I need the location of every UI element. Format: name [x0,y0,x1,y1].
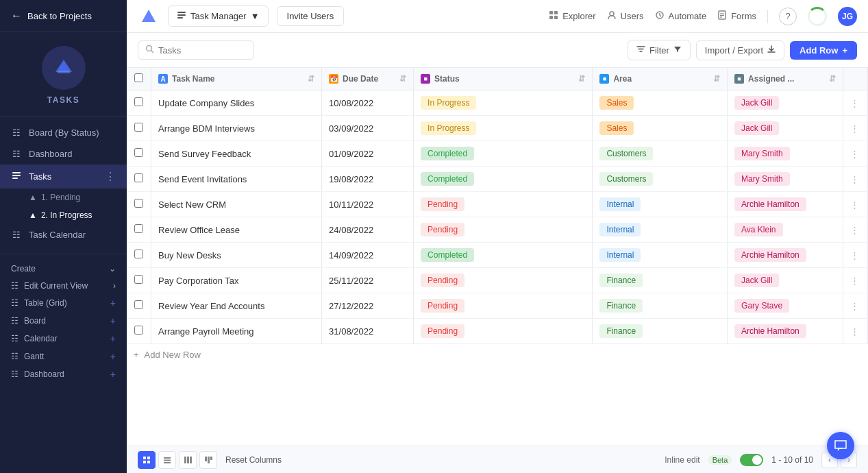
sidebar-item-dashboard[interactable]: ☷ Dashboard [0,143,127,165]
row-checkbox-cell[interactable] [127,293,151,319]
row-checkbox-cell[interactable] [127,116,151,141]
view-icons [138,451,217,469]
help-button[interactable]: ? [779,8,797,25]
row-checkbox[interactable] [134,199,143,208]
add-row-btn[interactable]: Add Row + [790,41,857,60]
nav-users[interactable]: Users [607,10,644,22]
sidebar-sub-in-progress[interactable]: ▲ 2. In Progress [0,206,127,224]
nav-automate[interactable]: Automate [655,10,707,22]
svg-rect-27 [164,462,171,463]
row-status-cell: Pending [414,293,593,319]
row-checkbox-cell[interactable] [127,141,151,167]
row-checkbox[interactable] [134,148,143,157]
col-date-header[interactable]: 📅 Due Date ⇵ [322,68,414,90]
table-plus-icon[interactable]: + [110,298,116,308]
calendar-icon: ☷ [11,334,18,343]
row-checkbox[interactable] [134,97,143,106]
invite-users-btn[interactable]: Invite Users [277,6,345,26]
view-kanban-btn[interactable] [199,451,217,469]
row-date-cell: 27/12/2022 [322,293,414,319]
row-more-cell[interactable]: ⋮ [843,116,868,141]
svg-rect-11 [549,16,553,19]
gantt-plus-icon[interactable]: + [110,351,116,362]
table-header-row: A Task Name ⇵ 📅 Due Date ⇵ [127,68,868,90]
status-badge: Pending [421,299,464,313]
sidebar-item-tasks[interactable]: Tasks ⋮ [0,165,127,189]
dashboard2-plus-icon[interactable]: + [110,369,116,380]
create-item-edit-view[interactable]: ☷ Edit Current View › [11,278,116,294]
col-status-header[interactable]: ■ Status ⇵ [414,68,593,90]
area-badge: Sales [599,121,634,135]
create-item-gantt[interactable]: ☷ Gantt + [11,348,116,365]
sidebar-item-board[interactable]: ☷ Board (By Status) [0,122,127,143]
row-checkbox[interactable] [134,326,143,335]
create-item-board[interactable]: ☷ Board + [11,312,116,330]
select-all-checkbox[interactable] [134,73,143,82]
sidebar-item-task-calendar[interactable]: ☷ Task Calendar [0,224,127,245]
row-more-cell[interactable]: ⋮ [843,268,868,293]
user-avatar[interactable]: JG [838,7,857,26]
create-item-table[interactable]: ☷ Table (Grid) + [11,294,116,312]
row-more-cell[interactable]: ⋮ [843,217,868,243]
row-checkbox-cell[interactable] [127,243,151,268]
nav-explorer[interactable]: Explorer [549,10,595,22]
row-checkbox[interactable] [134,123,143,132]
col-area-header[interactable]: ■ Area ⇵ [593,68,728,90]
sidebar-sub-pending[interactable]: ▲ 1. Pending [0,189,127,206]
row-checkbox[interactable] [134,224,143,233]
chat-button[interactable] [827,432,854,459]
row-checkbox[interactable] [134,173,143,182]
calendar-plus-icon[interactable]: + [110,333,116,344]
row-checkbox[interactable] [134,275,143,284]
filter-btn[interactable]: Filter [628,40,691,60]
row-checkbox-cell[interactable] [127,217,151,243]
svg-rect-29 [187,457,189,463]
add-new-row-btn[interactable]: + Add New Row [127,344,868,365]
col-checkbox-header[interactable] [127,68,151,90]
back-to-projects[interactable]: ← Back to Projects [0,0,127,32]
row-more-cell[interactable]: ⋮ [843,141,868,167]
sidebar-nav: ☷ Board (By Status) ☷ Dashboard Tasks ⋮ … [0,117,127,251]
import-export-btn[interactable]: Import / Export [696,40,784,60]
date-sort-icon[interactable]: ⇵ [399,74,406,84]
create-item-dashboard2[interactable]: ☷ Dashboard + [11,365,116,383]
search-input[interactable] [158,45,247,56]
row-more-cell[interactable]: ⋮ [843,293,868,319]
row-status-cell: In Progress [414,90,593,116]
row-checkbox-cell[interactable] [127,268,151,293]
view-list-btn[interactable] [158,451,176,469]
col-assigned-header[interactable]: ■ Assigned ... ⇵ [728,68,843,90]
tasks-label: Tasks [29,171,51,182]
row-status-cell: Completed [414,141,593,167]
logo-icon [51,56,76,80]
row-more-cell[interactable]: ⋮ [843,167,868,192]
row-more-cell[interactable]: ⋮ [843,192,868,217]
reset-columns-btn[interactable]: Reset Columns [225,455,282,465]
row-checkbox-cell[interactable] [127,319,151,344]
inline-edit-toggle[interactable] [740,454,763,466]
create-item-calendar[interactable]: ☷ Calendar + [11,330,116,348]
row-more-cell[interactable]: ⋮ [843,243,868,268]
nav-forms[interactable]: Forms [717,10,756,22]
row-more-cell[interactable]: ⋮ [843,319,868,344]
assigned-sort-icon[interactable]: ⇵ [829,74,836,84]
area-sort-icon[interactable]: ⇵ [713,74,720,84]
row-more-cell[interactable]: ⋮ [843,90,868,116]
row-checkbox-cell[interactable] [127,90,151,116]
view-grid-btn[interactable] [138,451,156,469]
svg-point-13 [610,12,614,16]
svg-rect-9 [549,11,553,14]
col-task-header[interactable]: A Task Name ⇵ [151,68,322,90]
task-manager-btn[interactable]: Task Manager ▼ [168,5,269,27]
row-checkbox-cell[interactable] [127,167,151,192]
task-sort-icon[interactable]: ⇵ [308,74,314,84]
tasks-more-icon[interactable]: ⋮ [105,170,116,183]
board-plus-icon[interactable]: + [110,315,116,326]
row-checkbox[interactable] [134,300,143,309]
view-cols-btn[interactable] [179,451,197,469]
main-area: Task Manager ▼ Invite Users Explorer Use… [127,0,868,473]
status-sort-icon[interactable]: ⇵ [578,74,585,84]
row-checkbox-cell[interactable] [127,192,151,217]
search-box[interactable] [138,40,254,60]
row-checkbox[interactable] [134,250,143,258]
